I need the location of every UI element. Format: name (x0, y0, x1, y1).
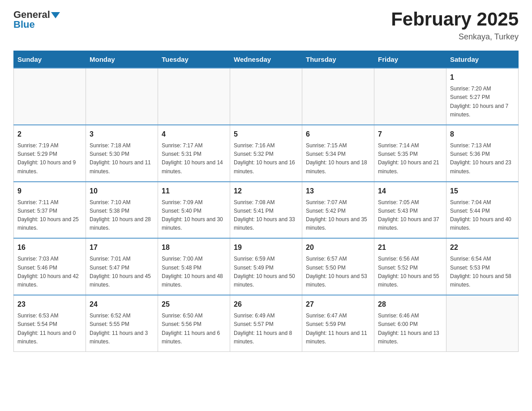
day-info: Sunrise: 7:04 AMSunset: 5:44 PMDaylight:… (450, 198, 515, 233)
calendar-cell: 21Sunrise: 6:56 AMSunset: 5:52 PMDayligh… (374, 238, 446, 295)
day-number: 14 (378, 186, 442, 197)
day-info: Sunrise: 6:56 AMSunset: 5:52 PMDaylight:… (378, 255, 442, 289)
calendar-cell: 14Sunrise: 7:05 AMSunset: 5:43 PMDayligh… (374, 182, 446, 239)
calendar-header: SundayMondayTuesdayWednesdayThursdayFrid… (14, 51, 519, 68)
calendar-cell (230, 68, 302, 125)
day-number: 10 (90, 186, 154, 197)
calendar-cell: 25Sunrise: 6:50 AMSunset: 5:56 PMDayligh… (158, 295, 230, 351)
weekday-header-friday: Friday (374, 51, 446, 68)
calendar-week-2: 2Sunrise: 7:19 AMSunset: 5:29 PMDaylight… (14, 125, 519, 182)
day-number: 6 (306, 129, 370, 140)
day-info: Sunrise: 7:07 AMSunset: 5:42 PMDaylight:… (306, 198, 370, 233)
day-number: 1 (450, 72, 515, 83)
day-info: Sunrise: 7:15 AMSunset: 5:34 PMDaylight:… (306, 141, 370, 176)
calendar-cell: 2Sunrise: 7:19 AMSunset: 5:29 PMDaylight… (14, 125, 86, 182)
calendar-cell: 27Sunrise: 6:47 AMSunset: 5:59 PMDayligh… (302, 295, 374, 351)
day-info: Sunrise: 7:08 AMSunset: 5:41 PMDaylight:… (234, 198, 298, 233)
weekday-header-tuesday: Tuesday (158, 51, 230, 68)
calendar-cell: 9Sunrise: 7:11 AMSunset: 5:37 PMDaylight… (14, 182, 86, 239)
calendar-cell: 8Sunrise: 7:13 AMSunset: 5:36 PMDaylight… (446, 125, 519, 182)
calendar-body: 1Sunrise: 7:20 AMSunset: 5:27 PMDaylight… (14, 68, 519, 351)
calendar-cell: 11Sunrise: 7:09 AMSunset: 5:40 PMDayligh… (158, 182, 230, 239)
day-number: 28 (378, 299, 442, 310)
day-number: 12 (234, 186, 298, 197)
calendar-cell: 17Sunrise: 7:01 AMSunset: 5:47 PMDayligh… (86, 238, 158, 295)
logo: General Blue (13, 9, 60, 30)
day-number: 21 (378, 242, 442, 253)
day-info: Sunrise: 7:00 AMSunset: 5:48 PMDaylight:… (162, 255, 226, 289)
calendar-cell (446, 295, 519, 351)
calendar-cell: 28Sunrise: 6:46 AMSunset: 6:00 PMDayligh… (374, 295, 446, 351)
day-info: Sunrise: 7:13 AMSunset: 5:36 PMDaylight:… (450, 141, 515, 176)
weekday-header-row: SundayMondayTuesdayWednesdayThursdayFrid… (14, 51, 519, 68)
day-info: Sunrise: 7:05 AMSunset: 5:43 PMDaylight:… (378, 198, 442, 233)
day-number: 17 (90, 242, 154, 253)
day-number: 22 (450, 242, 515, 253)
day-info: Sunrise: 6:53 AMSunset: 5:54 PMDaylight:… (17, 312, 82, 346)
day-number: 2 (17, 129, 82, 140)
day-info: Sunrise: 7:10 AMSunset: 5:38 PMDaylight:… (90, 198, 154, 233)
calendar-cell: 22Sunrise: 6:54 AMSunset: 5:53 PMDayligh… (446, 238, 519, 295)
calendar-cell: 20Sunrise: 6:57 AMSunset: 5:50 PMDayligh… (302, 238, 374, 295)
calendar-title: February 2025 (391, 9, 519, 30)
day-number: 25 (162, 299, 226, 310)
day-info: Sunrise: 7:11 AMSunset: 5:37 PMDaylight:… (17, 198, 82, 233)
calendar-cell: 12Sunrise: 7:08 AMSunset: 5:41 PMDayligh… (230, 182, 302, 239)
day-info: Sunrise: 7:03 AMSunset: 5:46 PMDaylight:… (17, 255, 82, 289)
day-number: 7 (378, 129, 442, 140)
calendar-subtitle: Senkaya, Turkey (391, 32, 519, 42)
calendar-cell: 15Sunrise: 7:04 AMSunset: 5:44 PMDayligh… (446, 182, 519, 239)
day-number: 15 (450, 186, 515, 197)
day-number: 11 (162, 186, 226, 197)
day-info: Sunrise: 7:19 AMSunset: 5:29 PMDaylight:… (17, 141, 82, 176)
calendar-cell: 3Sunrise: 7:18 AMSunset: 5:30 PMDaylight… (86, 125, 158, 182)
day-info: Sunrise: 6:47 AMSunset: 5:59 PMDaylight:… (306, 312, 370, 346)
day-number: 8 (450, 129, 515, 140)
calendar-cell: 19Sunrise: 6:59 AMSunset: 5:49 PMDayligh… (230, 238, 302, 295)
day-number: 24 (90, 299, 154, 310)
calendar-cell: 24Sunrise: 6:52 AMSunset: 5:55 PMDayligh… (86, 295, 158, 351)
calendar-cell: 1Sunrise: 7:20 AMSunset: 5:27 PMDaylight… (446, 68, 519, 125)
calendar-week-3: 9Sunrise: 7:11 AMSunset: 5:37 PMDaylight… (14, 182, 519, 239)
calendar-week-4: 16Sunrise: 7:03 AMSunset: 5:46 PMDayligh… (14, 238, 519, 295)
calendar-week-1: 1Sunrise: 7:20 AMSunset: 5:27 PMDaylight… (14, 68, 519, 125)
calendar-cell: 16Sunrise: 7:03 AMSunset: 5:46 PMDayligh… (14, 238, 86, 295)
day-info: Sunrise: 7:20 AMSunset: 5:27 PMDaylight:… (450, 85, 515, 119)
day-number: 4 (162, 129, 226, 140)
day-number: 13 (306, 186, 370, 197)
calendar-cell: 26Sunrise: 6:49 AMSunset: 5:57 PMDayligh… (230, 295, 302, 351)
day-info: Sunrise: 7:18 AMSunset: 5:30 PMDaylight:… (90, 141, 154, 176)
logo-triangle-icon (51, 12, 60, 18)
page-header: General Blue February 2025 Senkaya, Turk… (13, 9, 519, 42)
weekday-header-sunday: Sunday (14, 51, 86, 68)
day-info: Sunrise: 7:14 AMSunset: 5:35 PMDaylight:… (378, 141, 442, 176)
calendar-cell (302, 68, 374, 125)
calendar-cell (374, 68, 446, 125)
weekday-header-saturday: Saturday (446, 51, 519, 68)
day-number: 5 (234, 129, 298, 140)
day-number: 20 (306, 242, 370, 253)
day-info: Sunrise: 6:46 AMSunset: 6:00 PMDaylight:… (378, 312, 442, 346)
day-info: Sunrise: 6:49 AMSunset: 5:57 PMDaylight:… (234, 312, 298, 346)
calendar-week-5: 23Sunrise: 6:53 AMSunset: 5:54 PMDayligh… (14, 295, 519, 351)
day-info: Sunrise: 7:17 AMSunset: 5:31 PMDaylight:… (162, 141, 226, 176)
calendar-cell: 6Sunrise: 7:15 AMSunset: 5:34 PMDaylight… (302, 125, 374, 182)
day-info: Sunrise: 6:57 AMSunset: 5:50 PMDaylight:… (306, 255, 370, 289)
calendar-cell: 18Sunrise: 7:00 AMSunset: 5:48 PMDayligh… (158, 238, 230, 295)
logo-blue-text: Blue (13, 19, 35, 30)
day-info: Sunrise: 6:50 AMSunset: 5:56 PMDaylight:… (162, 312, 226, 346)
day-number: 26 (234, 299, 298, 310)
calendar-cell: 7Sunrise: 7:14 AMSunset: 5:35 PMDaylight… (374, 125, 446, 182)
calendar-cell: 4Sunrise: 7:17 AMSunset: 5:31 PMDaylight… (158, 125, 230, 182)
calendar-table: SundayMondayTuesdayWednesdayThursdayFrid… (13, 51, 519, 352)
day-info: Sunrise: 6:59 AMSunset: 5:49 PMDaylight:… (234, 255, 298, 289)
calendar-cell (158, 68, 230, 125)
day-info: Sunrise: 7:16 AMSunset: 5:32 PMDaylight:… (234, 141, 298, 176)
weekday-header-wednesday: Wednesday (230, 51, 302, 68)
day-info: Sunrise: 6:52 AMSunset: 5:55 PMDaylight:… (90, 312, 154, 346)
calendar-cell (14, 68, 86, 125)
day-number: 19 (234, 242, 298, 253)
day-number: 18 (162, 242, 226, 253)
day-number: 3 (90, 129, 154, 140)
day-info: Sunrise: 6:54 AMSunset: 5:53 PMDaylight:… (450, 255, 515, 289)
